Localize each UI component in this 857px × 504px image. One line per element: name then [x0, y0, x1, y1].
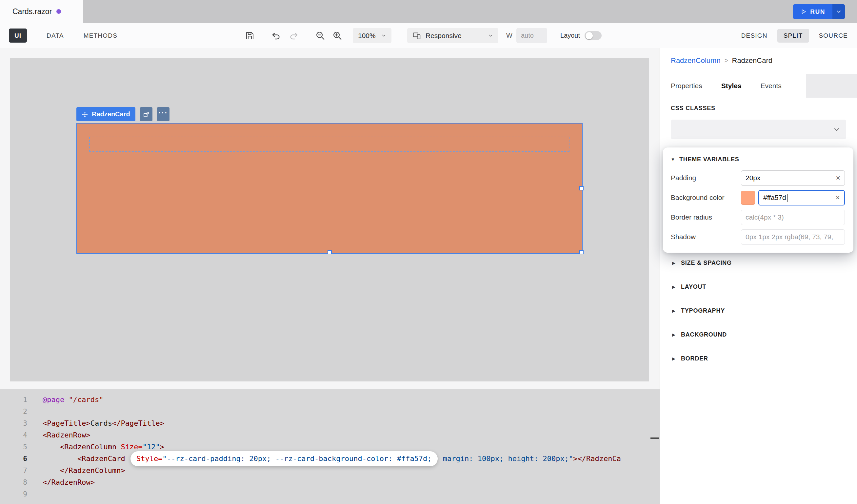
breadcrumb-current: RadzenCard [732, 56, 773, 65]
line-number: 5 [0, 443, 27, 451]
background-color-row: Background color #ffa57d × [671, 188, 845, 207]
section-typography[interactable]: ▶ TYPOGRAPHY [660, 299, 857, 323]
section-size-spacing[interactable]: ▶ SIZE & SPACING [660, 251, 857, 275]
code-token [64, 396, 68, 404]
designer-toolbar: UI DATA METHODS 100% [0, 23, 857, 48]
code-token [43, 466, 60, 474]
run-dropdown-button[interactable] [833, 4, 845, 19]
breadcrumb-parent-link[interactable]: RadzenColumn [671, 56, 721, 65]
tab-methods[interactable]: METHODS [84, 32, 117, 39]
section-border[interactable]: ▶ BORDER [660, 347, 857, 371]
drop-placeholder[interactable] [89, 137, 570, 152]
code-line: 4<RadzenRow> [0, 429, 660, 441]
chevron-down-icon [488, 33, 493, 38]
file-tab[interactable]: Cards.razor [0, 0, 83, 23]
code-token: <PageTitle> [43, 419, 90, 427]
view-mode-design[interactable]: DESIGN [741, 32, 768, 39]
theme-variables-header[interactable]: ▼ THEME VARIABLES [671, 156, 845, 163]
run-button-group: RUN [793, 4, 845, 19]
color-swatch[interactable] [741, 191, 755, 205]
undo-button[interactable] [269, 29, 283, 43]
view-mode-tabs: DESIGN SPLIT SOURCE [741, 23, 848, 48]
code-token: Cards [90, 419, 112, 427]
radzen-card[interactable] [77, 123, 583, 254]
theme-variables-title: THEME VARIABLES [679, 156, 739, 163]
shadow-label: Shadow [671, 233, 696, 241]
code-line: 8</RadzenRow> [0, 476, 660, 488]
design-canvas[interactable]: RadzenCard ··· [10, 58, 649, 381]
move-icon [82, 111, 88, 118]
tab-properties[interactable]: Properties [671, 82, 702, 90]
background-color-input[interactable]: #ffa57d × [758, 190, 845, 206]
line-number: 6 [0, 455, 27, 463]
run-button[interactable]: RUN [793, 4, 833, 19]
caret-right-icon: ▶ [672, 332, 675, 337]
more-options-button[interactable]: ··· [157, 107, 169, 121]
tab-events[interactable]: Events [761, 82, 782, 90]
code-token [43, 454, 78, 463]
caret-right-icon: ▶ [672, 284, 675, 289]
selected-component-label: RadzenCard [92, 110, 130, 118]
code-token: margin: 100px; height: 200px;" [439, 454, 573, 463]
save-icon [245, 31, 255, 41]
zoom-in-button[interactable] [330, 29, 344, 43]
undo-icon [271, 31, 281, 41]
redo-button[interactable] [287, 29, 301, 43]
line-number: 8 [0, 479, 27, 486]
code-token: "12" [142, 443, 160, 451]
code-text: <RadzenCard Style="--rz-card-padding: 20… [43, 451, 621, 466]
section-background[interactable]: ▶ BACKGROUND [660, 323, 857, 347]
inspector-tabs: Properties Styles Events [660, 74, 857, 98]
code-text: @page "/cards" [43, 394, 103, 406]
editor-mode-tabs: UI DATA METHODS [9, 23, 117, 48]
layout-toggle-label: Layout [560, 32, 580, 39]
run-label: RUN [810, 8, 825, 15]
code-token: > [160, 443, 164, 451]
tab-styles[interactable]: Styles [721, 82, 742, 90]
caret-right-icon: ▶ [672, 308, 675, 313]
view-mode-split[interactable]: SPLIT [777, 29, 809, 42]
tab-ui[interactable]: UI [9, 29, 27, 42]
code-line: 1@page "/cards" [0, 394, 660, 406]
clear-background-button[interactable]: × [833, 193, 840, 202]
view-mode-source[interactable]: SOURCE [819, 32, 848, 39]
code-line: 7 </RadzenColumn> [0, 465, 660, 476]
width-label: W [506, 32, 512, 39]
code-line: 3<PageTitle>Cards</PageTitle> [0, 417, 660, 429]
toggle-knob [586, 32, 593, 39]
shadow-input[interactable]: 0px 1px 2px rgba(69, 73, 79, [741, 229, 845, 245]
save-button[interactable] [242, 29, 257, 43]
tab-data[interactable]: DATA [47, 32, 64, 39]
zoom-in-icon [332, 31, 342, 41]
line-number: 9 [0, 490, 27, 498]
css-classes-select[interactable] [671, 120, 846, 139]
border-radius-input[interactable]: calc(4px * 3) [741, 210, 845, 225]
resize-handle-right[interactable] [579, 186, 584, 190]
padding-input[interactable]: 20px × [741, 170, 845, 186]
breadcrumb: RadzenColumn > RadzenCard [671, 56, 857, 65]
zoom-level-select[interactable]: 100% [353, 28, 391, 43]
section-layout[interactable]: ▶ LAYOUT [660, 275, 857, 299]
selection-toolbar: RadzenCard ··· [77, 107, 169, 121]
scrollbar-marker[interactable] [651, 437, 659, 439]
width-input[interactable] [516, 28, 547, 43]
clear-padding-button[interactable]: × [834, 174, 840, 183]
code-token: </RadzenColumn> [60, 466, 125, 474]
resize-handle-bottom[interactable] [327, 250, 332, 254]
chevron-down-icon [836, 9, 842, 14]
resize-handle-corner[interactable] [579, 250, 584, 254]
layout-toggle[interactable] [585, 31, 602, 40]
shadow-value: 0px 1px 2px rgba(69, 73, 79, [745, 233, 833, 241]
code-editor[interactable]: 1@page "/cards"23<PageTitle>Cards</PageT… [0, 389, 660, 504]
unsaved-indicator-dot [56, 9, 61, 14]
zoom-out-button[interactable] [313, 29, 327, 43]
device-select[interactable]: Responsive [407, 28, 498, 43]
border-radius-value: calc(4px * 3) [745, 213, 784, 221]
line-number: 7 [0, 467, 27, 474]
code-token: @page [43, 396, 64, 404]
code-lines: 1@page "/cards"23<PageTitle>Cards</PageT… [0, 394, 660, 500]
edit-in-popup-button[interactable] [140, 107, 152, 121]
code-line: 6 <RadzenCard Style="--rz-card-padding: … [0, 453, 660, 465]
selected-component-badge[interactable]: RadzenCard [77, 107, 135, 121]
caret-right-icon: ▶ [672, 261, 675, 265]
